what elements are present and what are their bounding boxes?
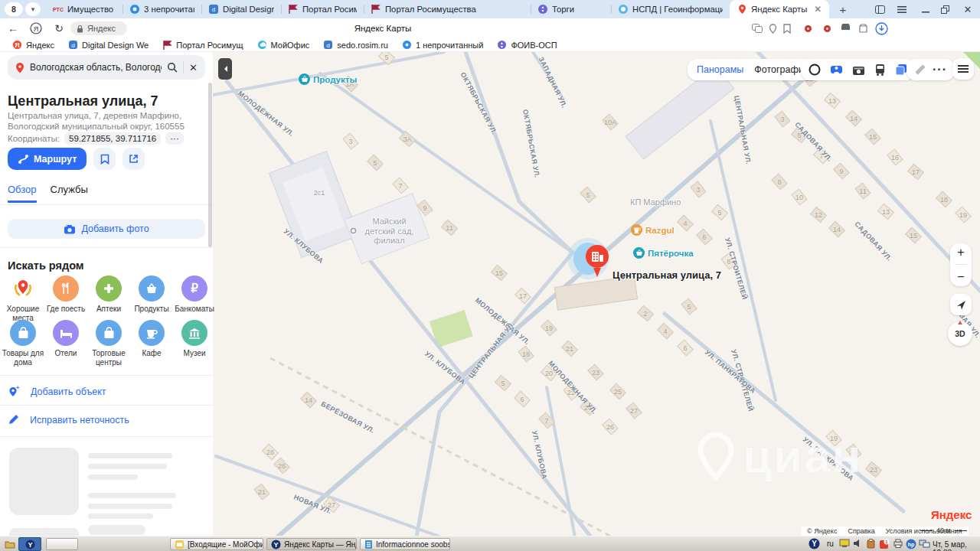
clear-search-icon[interactable]: ✕ [189, 62, 198, 73]
category-7[interactable]: Торговые центры [87, 320, 130, 367]
search-input[interactable]: Вологодская область, Вологодский р ✕ [8, 55, 205, 80]
extension-1-icon[interactable] [801, 21, 815, 35]
map-poi-4[interactable]: Майский детский сад, филиал [349, 217, 418, 246]
bookmark-item-2[interactable]: Портал Росимущ [162, 40, 243, 50]
category-1[interactable]: Где поесть [44, 276, 87, 314]
route-button[interactable]: Маршрут [8, 148, 87, 170]
ruler-icon[interactable] [914, 64, 926, 76]
minimize-button[interactable] [920, 4, 932, 15]
extension-2-icon[interactable] [820, 21, 834, 35]
tray-notification-app-icon[interactable]: 1 [879, 539, 890, 551]
address-bar[interactable]: Яндекс [70, 21, 127, 35]
sidebar-tab-1[interactable]: Службы [51, 184, 88, 203]
browser-tab-0[interactable]: РТС Имущество [46, 0, 122, 18]
compass-3d-button[interactable]: 3D [948, 321, 972, 346]
zoom-out-button[interactable]: − [957, 270, 964, 284]
tray-printer-icon[interactable] [893, 539, 903, 549]
browser-tab-3[interactable]: Портал Росимущества [281, 0, 364, 18]
attribution-link[interactable]: © Яндекс [807, 527, 837, 535]
map-pin[interactable] [584, 244, 610, 281]
tray-ybrowser-icon[interactable]: Y [808, 538, 820, 551]
taskbar-task-1[interactable]: YЯндекс Карты — Яндекс ... [266, 538, 357, 550]
search-icon[interactable] [167, 62, 178, 73]
taskbar-task-0[interactable]: [Входящие - МойОфис П... [170, 538, 263, 550]
category-9[interactable]: Музеи [173, 320, 216, 358]
tray-clock[interactable]: Чт, 5 мар, 12:33 [933, 540, 980, 551]
category-2[interactable]: Аптеки [87, 276, 130, 314]
tab-counter[interactable]: 8 [5, 2, 23, 16]
panorama-view-icon[interactable] [830, 64, 843, 76]
map-poi-0[interactable]: Продукты [299, 73, 357, 85]
tray-volume-icon[interactable] [853, 539, 863, 549]
map-poi-3[interactable]: КП Марфино [630, 197, 681, 207]
browser-tab-1[interactable]: 3 непрочитанных чата [122, 0, 201, 18]
transport-icon[interactable] [874, 64, 886, 76]
attribution-link[interactable]: Справка [848, 527, 874, 535]
sidebar-panel-icon[interactable] [874, 4, 886, 15]
browser-menu-icon[interactable] [896, 4, 908, 15]
tray-display-icon[interactable] [839, 539, 850, 549]
photos-camera-icon[interactable] [852, 64, 865, 76]
restore-button[interactable] [939, 4, 951, 15]
fix-error-link[interactable]: Исправить неточность [8, 414, 129, 425]
reload-icon[interactable]: ↻ [52, 21, 66, 35]
house-number: 16 [891, 154, 899, 161]
download-icon[interactable] [874, 21, 888, 35]
bookmark-item-5[interactable]: 1 непрочитанный [402, 40, 483, 50]
yandex-home-icon[interactable]: Я [29, 21, 43, 35]
wallet-icon[interactable] [856, 21, 870, 35]
taskbar-task-2[interactable]: Informacionnoe soobshhe... [360, 538, 450, 550]
map-poi-2[interactable]: Пятёрочка [633, 247, 694, 259]
share-button[interactable] [122, 148, 145, 170]
zoom-in-button[interactable]: + [957, 246, 964, 259]
browser-tab-5[interactable]: Торги [531, 0, 611, 18]
tray-network-icon[interactable] [919, 539, 930, 549]
tray-language[interactable]: ru [827, 540, 834, 548]
map-pin-icon[interactable] [766, 21, 779, 35]
tab-close-icon[interactable]: ✕ [814, 4, 822, 15]
category-0[interactable]: Хорошие места [2, 276, 44, 322]
browser-tab-2[interactable]: d Digital Design Web Clien [201, 0, 281, 18]
category-5[interactable]: Товары для дома [2, 320, 44, 367]
tray-clipboard-icon[interactable] [867, 539, 875, 550]
browser-tab-7[interactable]: Яндекс Карты✕ [730, 0, 829, 18]
more-tools-button[interactable]: ··· [933, 63, 947, 77]
close-button[interactable]: ✕ [962, 4, 974, 15]
add-photo-button[interactable]: + Добавить фото [8, 219, 205, 239]
coords-more-button[interactable]: ··· [165, 132, 184, 145]
taskbar-empty-button[interactable] [46, 538, 78, 550]
map-poi-1[interactable]: Razgul [631, 224, 675, 236]
bookmark-item-0[interactable]: ЯЯндекс [12, 40, 54, 50]
bookmark-item-6[interactable]: ФОИВ-ОСП [497, 40, 557, 50]
maps-sidebar: Вологодская область, Вологодский р ✕ Цен… [0, 52, 213, 536]
bookmark-item-4[interactable]: dsedo.rosim.ru [323, 40, 388, 50]
collapse-sidebar-button[interactable] [218, 58, 232, 80]
sidebar-tab-0[interactable]: Обзор [8, 184, 37, 203]
bookmark-item-1[interactable]: dDigital Design We [68, 40, 149, 50]
browser-tab-6[interactable]: НСПД | Геоинформацио [611, 0, 730, 18]
category-8[interactable]: Кафе [130, 320, 173, 358]
category-3[interactable]: Продукты [130, 276, 173, 314]
tray-hp-icon[interactable]: hp [906, 539, 916, 551]
layers-icon[interactable] [895, 64, 907, 76]
back-icon[interactable]: ← [6, 21, 20, 35]
browser-tab-4[interactable]: Портал Росимущества [364, 0, 531, 18]
locate-me-button[interactable] [950, 294, 972, 315]
save-bookmark-button[interactable] [93, 148, 116, 170]
translate-icon[interactable] [750, 21, 764, 35]
bookmark-flag-icon[interactable] [780, 21, 794, 35]
add-object-link[interactable]: + Добавить объект [8, 386, 106, 398]
new-tab-button[interactable]: + [835, 2, 851, 17]
start-folder-icon[interactable] [5, 540, 15, 549]
map-canvas[interactable]: 51А10А33А579112с153546824651517191820212… [213, 52, 980, 536]
adblock-icon[interactable] [838, 21, 852, 35]
sidebar-scrollbar[interactable] [208, 83, 212, 247]
tab-list-chevron-icon[interactable]: ▾ [25, 2, 41, 16]
taskbar-ybrowser-quicklaunch[interactable]: Y [18, 537, 41, 551]
category-4[interactable]: ₽Банкоматы [173, 276, 216, 314]
coords-value[interactable]: 59.271855, 39.711716 [64, 132, 161, 145]
panoramas-button[interactable]: Панорамы [697, 64, 743, 75]
category-6[interactable]: Отели [44, 320, 87, 358]
bookmark-item-3[interactable]: МойОфис [257, 40, 310, 50]
compass-circle-icon[interactable] [808, 64, 821, 76]
